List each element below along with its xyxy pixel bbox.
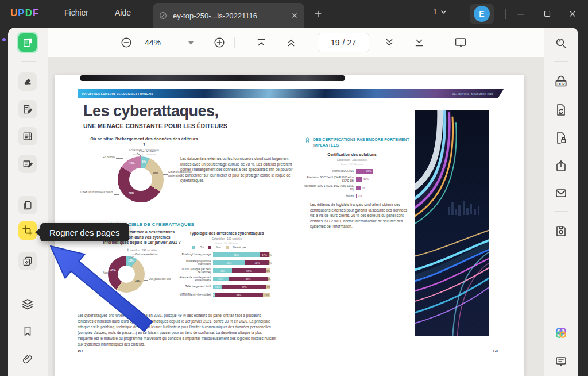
bar-segment: 77% [222,285,266,289]
bar: 7% [356,186,419,190]
tab-count-dropdown[interactable]: 1 [433,7,447,16]
tool-protect[interactable] [553,130,569,146]
zoom-level[interactable]: 44% [145,38,161,47]
fill-sign-icon [22,158,33,170]
tool-convert[interactable] [553,102,569,118]
bar-value: 8% [266,270,270,273]
bar-category: Autres [301,194,354,198]
bar-segment: 8% [266,268,270,273]
page-number-input[interactable]: 19 / 27 [318,33,369,52]
tool-watermark[interactable] [18,252,37,270]
bar: 26% [356,169,419,174]
stacked-bar: 56% 42% 2% [213,260,270,265]
tool-crop-pages[interactable] [18,221,37,240]
zoom-out-button[interactable] [119,36,133,49]
bar-category: Malware/programme malveillant [179,260,211,266]
bar-segment: 33% [213,268,232,273]
ocr-icon: OCR [554,75,568,90]
presentation-button[interactable] [453,36,468,49]
next-page-icon [383,36,396,49]
bar-value: 81% [234,254,239,256]
bar-category: Téléchargement furtif [179,285,211,288]
notification-dot [2,38,6,41]
legend-swatch [226,246,229,249]
menu-fichier[interactable]: Fichier [64,8,88,17]
donut-hole [118,266,135,283]
tool-bookmark[interactable] [20,323,36,339]
banner-left-text: TOP 250 DES ÉDITEURS DE LOGICIELS FRANÇA… [82,93,153,95]
tool-reader[interactable] [18,33,37,52]
zoom-caret-icon[interactable] [188,41,194,45]
current-page: 19 [331,38,340,47]
paragraph-hosting: Les datacenters externes ou les fourniss… [180,156,293,183]
first-page-button[interactable] [254,36,268,49]
previous-page-icon [285,36,297,49]
legend-label: Ne sait pas [233,246,246,249]
account-button[interactable]: E [470,4,494,24]
total-pages: / 27 [343,38,356,47]
titlebar: UPDF Fichier Aide ey-top-250-...is-20221… [0,0,588,28]
page-title: Les cyberattaques, [83,102,219,120]
certification-sample: Échantillon : 226 sociétés [303,159,401,162]
bar-value: 5% [267,278,270,281]
zoom-in-button[interactable] [212,36,226,49]
tab-count: 1 [433,7,437,16]
legend-label: Non [216,246,220,249]
no-preview-icon [158,11,168,20]
sidebar-divider [21,61,36,62]
tool-attachment[interactable] [20,351,36,367]
document-tab[interactable]: ey-top-250-...is-20221116 [153,3,304,28]
connector-line [114,194,119,195]
menu-aide[interactable]: Aide [115,8,131,17]
bar-value: 7% [266,286,270,289]
typologie-row: DDOS (attaque par déni de service) 33% 5… [179,267,331,274]
certification-icon [304,137,311,143]
stacked-bar: 16% 77% 7% [213,285,270,289]
bar-category: DDOS (attaque par déni de service) [179,268,211,274]
tab-close-icon[interactable] [291,11,299,20]
stamp-pages-icon [22,255,33,267]
footer-page-right: / 37 [474,349,498,352]
first-page-icon [255,36,268,49]
close-button[interactable] [567,9,578,19]
tool-organize[interactable] [18,127,37,145]
bar-value: 27% [218,278,223,281]
previous-page-fragment [80,75,345,81]
certification-title: Certification des solutions [303,152,401,156]
bar-value: 59% [246,270,252,273]
tool-ai-assistant[interactable] [552,324,570,342]
logo-letter: U [10,7,18,18]
certification-source: Source : EY - Numeum [303,163,401,166]
save-icon [554,224,568,238]
minimize-button[interactable] [516,9,526,19]
controls-separator [505,9,506,19]
reader-icon [22,37,33,48]
typologie-row: MITM (Man-in-the-middle) 3% 84% 13% [179,291,331,298]
next-page-button[interactable] [382,36,396,49]
tool-fill-sign[interactable] [18,155,37,173]
tool-ocr[interactable]: OCR [552,74,570,91]
paragraph-bottom: Les cyberattaques ont fortement progress… [78,313,277,347]
donut-label: Non [85,271,108,275]
previous-page-button[interactable] [284,36,298,49]
bar-segment: 81% [213,252,260,257]
tool-email[interactable] [553,185,569,201]
tool-search[interactable] [553,35,569,51]
maximize-button[interactable] [542,9,552,19]
footer-page-left: 36 / [78,349,83,352]
tool-edit[interactable] [18,100,37,118]
feedback-bubble-icon [554,355,568,369]
tool-save[interactable] [553,223,569,239]
certification-row: Attestation SOC 1 (ISAE 3402 et/ou SSAE … [301,184,433,191]
tool-feedback[interactable] [553,354,569,370]
tool-layers[interactable] [20,296,36,312]
bar-value: 33% [220,270,225,273]
bar-value: 10% [363,178,369,181]
tool-share[interactable] [553,158,569,174]
logo-separator [51,9,51,19]
tool-comment[interactable] [18,72,37,91]
tool-page-tools[interactable] [18,196,37,214]
last-page-button[interactable] [412,36,426,49]
page-subtitle: UNE MENACE CONSTANTE POUR LES ÉDITEURS [83,122,227,129]
new-tab-icon[interactable] [314,9,323,18]
